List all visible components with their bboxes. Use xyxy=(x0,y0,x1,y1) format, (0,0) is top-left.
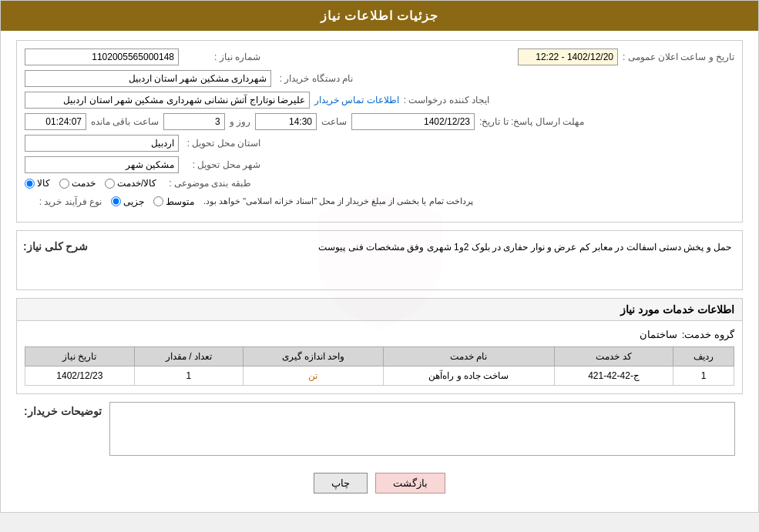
radio-service-input[interactable] xyxy=(59,179,69,189)
table-row: 1ج-42-42-421ساخت جاده و راه‌آهنتن11402/1… xyxy=(25,366,734,386)
radio-motovaset[interactable]: متوسط xyxy=(153,196,194,207)
announce-label: تاریخ و ساعت اعلان عمومی : xyxy=(623,52,734,62)
group-value: ساختمان xyxy=(523,329,677,340)
col-date: تاریخ نیاز xyxy=(25,347,135,366)
announce-value: 1402/12/20 - 12:22 xyxy=(518,49,618,65)
radio-motovaset-input[interactable] xyxy=(153,196,163,206)
radio-kala-service[interactable]: کالا/خدمت xyxy=(105,178,156,189)
col-service-code: کد خدمت xyxy=(555,347,673,366)
services-header: اطلاعات خدمات مورد نیاز xyxy=(17,299,742,321)
cell-quantity: 1 xyxy=(134,366,243,386)
col-quantity: تعداد / مقدار xyxy=(134,347,243,366)
radio-jozi-input[interactable] xyxy=(111,196,121,206)
city-label: شهر محل تحویل : xyxy=(183,159,260,170)
need-number-label: شماره نیاز : xyxy=(183,52,260,62)
need-desc-textarea[interactable] xyxy=(96,237,736,283)
org-value: شهرداری مشکین شهر استان اردبیل xyxy=(25,70,271,87)
buyer-desc-textarea[interactable] xyxy=(109,402,735,456)
col-row-num: ردیف xyxy=(673,347,734,366)
group-label: گروه خدمت: xyxy=(682,329,734,340)
deadline-label: مهلت ارسال پاسخ: تا تاریخ: xyxy=(479,116,584,127)
print-button[interactable]: چاپ xyxy=(314,473,368,494)
radio-service[interactable]: خدمت xyxy=(59,178,96,189)
cell-row_num: 1 xyxy=(673,366,734,386)
province-label: استان محل تحویل : xyxy=(183,138,260,149)
need-number-value: 1102005565000148 xyxy=(25,49,179,65)
city-value: مشکین شهر xyxy=(25,156,179,173)
radio-kala-service-input[interactable] xyxy=(105,179,115,189)
cell-service_code: ج-42-42-421 xyxy=(555,366,673,386)
deadline-time: 14:30 xyxy=(255,113,317,130)
col-service-name: نام خدمت xyxy=(383,347,554,366)
cell-date: 1402/12/23 xyxy=(25,366,135,386)
deadline-remain-label: ساعت باقی مانده xyxy=(91,116,159,127)
category-label: طبقه بندی موضوعی : xyxy=(169,178,250,189)
radio-kala-input[interactable] xyxy=(25,179,35,189)
province-value: اردبیل xyxy=(25,135,179,152)
col-unit: واحد اندازه گیری xyxy=(243,347,383,366)
process-label: نوع فرآیند خرید : xyxy=(25,196,102,207)
cell-unit: تن xyxy=(243,366,383,386)
creator-link[interactable]: اطلاعات تماس خریدار xyxy=(314,95,399,105)
creator-label: ایجاد کننده درخواست : xyxy=(404,95,489,105)
services-table: ردیف کد خدمت نام خدمت واحد اندازه گیری ت… xyxy=(25,346,734,386)
need-desc-label: شرح کلی نیاز: xyxy=(23,237,88,253)
creator-value: علیرضا نوتاراج آتش نشانی شهرداری مشکین ش… xyxy=(25,92,310,109)
buyer-desc-label: توضیحات خریدار: xyxy=(24,402,102,417)
page-header: جزئیات اطلاعات نیاز xyxy=(1,1,758,31)
org-label: نام دستگاه خریدار : xyxy=(276,73,353,84)
radio-jozi[interactable]: جزیی xyxy=(111,196,144,207)
back-button[interactable]: بازگشت xyxy=(375,473,445,494)
deadline-time-label: ساعت xyxy=(321,116,347,127)
deadline-days-label: روز و xyxy=(230,116,250,127)
radio-kala[interactable]: کالا xyxy=(25,178,50,189)
deadline-date: 1402/12/23 xyxy=(351,113,475,130)
cell-service_name: ساخت جاده و راه‌آهن xyxy=(383,366,554,386)
deadline-days: 3 xyxy=(163,113,225,130)
button-row: بازگشت چاپ xyxy=(16,463,743,503)
process-notice: پرداخت تمام یا بخشی از مبلغ خریدار از مح… xyxy=(203,193,473,209)
deadline-remain: 01:24:07 xyxy=(25,113,86,130)
